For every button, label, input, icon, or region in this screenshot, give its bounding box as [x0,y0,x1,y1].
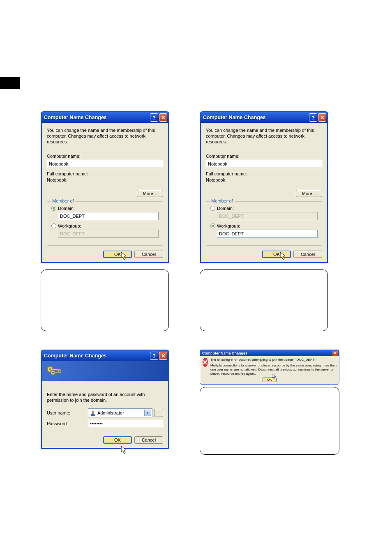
titlebar: Computer Name Changes ? ✕ [42,112,168,123]
workgroup-radio-label: Workgroup: [58,223,81,228]
cancel-button[interactable]: Cancel [134,251,163,258]
svg-point-8 [92,410,94,413]
note-box-3 [200,387,339,455]
title: Computer Name Changes [44,115,150,120]
username-value: Administrator [97,410,144,415]
full-computer-name-value: Notebook. [47,177,163,182]
cancel-button[interactable]: Cancel [134,436,163,444]
member-of-legend: Member of [51,198,76,203]
cursor-icon [272,374,277,380]
titlebar: Computer Name Changes ✕ [200,350,339,356]
titlebar: Computer Name Changes ? ✕ [201,112,327,123]
error-line1: The following error occurred attempting … [210,358,337,362]
title: Computer Name Changes [202,351,332,355]
svg-point-6 [52,372,54,373]
workgroup-radio[interactable] [51,223,56,228]
close-button[interactable]: ✕ [159,113,167,122]
domain-radio-label: Domain: [217,206,234,211]
page-side-bar [0,77,20,89]
domain-input[interactable] [58,212,159,220]
keys-icon [45,364,63,378]
close-button[interactable]: ✕ [332,351,338,356]
ok-button[interactable]: OK [262,251,291,258]
more-button[interactable]: More... [137,190,163,197]
computer-name-input[interactable] [47,160,163,168]
username-label: User name: [47,410,88,415]
member-of-fieldset: Member of Domain: DOC_DEPT Workgroup: [206,201,322,246]
password-input[interactable] [88,420,163,427]
workgroup-input-disabled: DOC_DEPT [58,230,159,238]
workgroup-radio-label: Workgroup: [217,223,240,228]
domain-radio[interactable] [210,206,215,211]
workgroup-radio[interactable] [210,223,215,228]
credentials-dialog: Computer Name Changes ? ✕ [41,350,169,449]
domain-input-disabled: DOC_DEPT [217,212,318,220]
cancel-button[interactable]: Cancel [293,251,322,258]
browse-button[interactable]: … [154,409,163,417]
domain-radio[interactable] [51,206,56,211]
full-computer-name-value: Notebook. [206,177,322,182]
full-computer-name-label: Full computer name: [206,171,322,176]
title: Computer Name Changes [44,353,150,359]
computer-name-changes-dialog-workgroup: Computer Name Changes ? ✕ You can change… [200,111,328,263]
workgroup-input[interactable] [217,230,318,238]
computer-name-changes-dialog-domain: Computer Name Changes ? ✕ You can change… [41,111,169,263]
full-computer-name-label: Full computer name: [47,171,163,176]
help-button[interactable]: ? [150,352,158,360]
ok-button[interactable]: OK [103,251,132,258]
help-button[interactable]: ? [150,113,158,122]
domain-radio-label: Domain: [58,206,75,211]
credentials-banner [42,361,168,381]
chevron-down-icon[interactable]: ▾ [144,410,151,416]
computer-name-input[interactable] [206,160,322,168]
computer-name-label: Computer name: [47,154,163,159]
svg-rect-3 [58,370,59,372]
close-button[interactable]: ✕ [318,113,326,122]
svg-rect-4 [60,370,61,371]
error-dialog: Computer Name Changes ✕ ✕ The following … [200,350,339,385]
credentials-prompt: Enter the name and password of an accoun… [47,391,163,403]
user-icon [90,410,96,416]
computer-name-label: Computer name: [206,154,322,159]
note-box-1 [41,269,169,331]
ok-button[interactable]: OK [103,436,132,444]
note-box-2 [200,269,328,331]
error-icon: ✕ [203,358,208,367]
password-label: Password: [47,421,88,426]
username-combobox[interactable]: Administrator ▾ [88,408,152,417]
description: You can change the name and the membersh… [206,128,322,145]
member-of-legend: Member of [210,198,235,203]
more-button[interactable]: More... [296,190,322,197]
svg-rect-7 [55,372,61,373]
close-button[interactable]: ✕ [159,352,167,360]
title: Computer Name Changes [203,115,309,120]
description: You can change the name and the membersh… [47,128,163,145]
titlebar: Computer Name Changes ? ✕ [42,350,168,361]
help-button[interactable]: ? [309,113,317,122]
member-of-fieldset: Member of Domain: Workgroup: DOC_DEPT [47,201,163,246]
svg-point-1 [49,368,51,371]
